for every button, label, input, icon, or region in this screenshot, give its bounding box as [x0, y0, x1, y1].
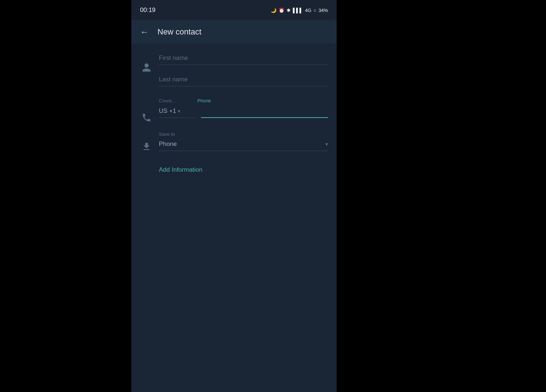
app-header: ← New contact: [131, 20, 337, 44]
alarm-icon: ⏰: [279, 8, 284, 13]
first-name-input[interactable]: [159, 52, 328, 65]
page-title: New contact: [157, 27, 201, 37]
battery-level: 34%: [319, 8, 328, 13]
contact-icon-wrapper: [140, 52, 153, 73]
phone-label: Phone: [197, 98, 328, 103]
first-name-section: [131, 44, 337, 95]
first-name-field-container: [159, 52, 328, 65]
last-name-input[interactable]: [159, 74, 328, 86]
save-to-arrow: ▾: [325, 141, 328, 147]
moon-icon: 🌙: [271, 8, 276, 13]
phone-frame: 00:19 🌙 ⏰ ✱ ▌▌▌ 4G ○ 34% ← New contact: [131, 0, 337, 392]
left-black-bar: [0, 0, 131, 392]
status-icons: 🌙 ⏰ ✱ ▌▌▌ 4G ○ 34%: [271, 8, 328, 13]
status-time: 00:19: [140, 7, 156, 14]
last-name-field-container: [159, 74, 328, 86]
back-button[interactable]: ←: [139, 25, 150, 38]
battery-icon: ○: [313, 8, 316, 13]
save-to-row: Save to Phone ▾: [131, 126, 337, 152]
save-fields-group: Save to Phone ▾: [159, 131, 328, 151]
country-code: US +1: [159, 107, 176, 115]
signal-icon: ▌▌▌: [293, 8, 303, 13]
add-info-section: Add Information: [131, 155, 337, 173]
person-icon: [141, 62, 152, 73]
save-icon: [141, 142, 152, 152]
phone-labels: Count... Phone: [159, 98, 328, 103]
data-icon: 4G: [305, 8, 311, 13]
phone-inputs: US +1 ▾: [159, 105, 328, 118]
phone-number-input[interactable]: [201, 105, 328, 118]
right-black-bar: [337, 0, 546, 392]
save-to-select[interactable]: Phone ▾: [159, 138, 328, 151]
save-icon-wrapper: [140, 131, 153, 152]
add-information-button[interactable]: Add Information: [159, 166, 202, 173]
phone-fields-group: Count... Phone US +1 ▾: [159, 98, 328, 118]
country-dropdown-arrow: ▾: [178, 108, 180, 114]
phone-icon: [141, 113, 152, 123]
bluetooth-icon: ✱: [287, 8, 291, 13]
phone-row: Count... Phone US +1 ▾: [131, 98, 337, 123]
save-to-value: Phone: [159, 140, 177, 148]
form-content: Count... Phone US +1 ▾: [131, 44, 337, 392]
status-bar: 00:19 🌙 ⏰ ✱ ▌▌▌ 4G ○ 34%: [131, 0, 337, 20]
name-fields-group: [159, 52, 328, 95]
country-select[interactable]: US +1 ▾: [159, 105, 195, 118]
phone-icon-wrapper: [140, 98, 153, 123]
save-to-label: Save to: [159, 131, 328, 137]
first-name-row: [140, 52, 328, 95]
country-label: Count...: [159, 98, 192, 103]
